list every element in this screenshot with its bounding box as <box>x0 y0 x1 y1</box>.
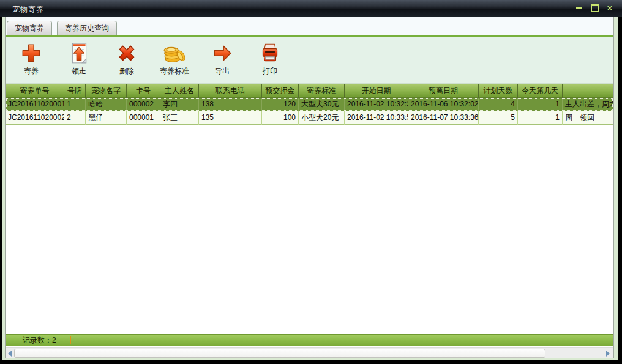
column-header-remark[interactable] <box>563 84 613 98</box>
maximize-icon <box>591 4 599 12</box>
content-area: 宠物寄养 寄养历史查询 寄养 <box>5 17 614 358</box>
column-header-pet_name[interactable]: 宠物名字 <box>86 84 127 98</box>
window-controls: ✕ <box>574 2 615 13</box>
cell-start_date: 2016-11-02 10:33:5 <box>345 111 408 125</box>
column-header-deposit[interactable]: 预交押金 <box>262 84 299 98</box>
column-header-owner_name[interactable]: 主人姓名 <box>160 84 199 98</box>
cell-tag_no: 1 <box>64 98 86 111</box>
printer-icon <box>258 42 282 65</box>
cell-leave_date: 2016-11-06 10:32:02 <box>408 98 479 111</box>
column-header-today_day[interactable]: 今天第几天 <box>518 84 563 98</box>
delete-x-icon <box>115 42 138 65</box>
column-header-phone[interactable]: 联系电话 <box>199 84 262 98</box>
boarding-table: 寄养单号号牌宠物名字卡号主人姓名联系电话预交押金寄养标准开始日期预离日期计划天数… <box>6 84 613 334</box>
column-header-standard[interactable]: 寄养标准 <box>299 84 345 98</box>
pickup-document-icon <box>67 42 91 65</box>
cell-plan_days: 4 <box>479 98 518 111</box>
print-button[interactable]: 打印 <box>250 42 290 76</box>
cell-owner_name: 张三 <box>160 111 199 125</box>
window-title: 宠物寄养 <box>12 4 44 15</box>
print-button-label: 打印 <box>263 66 277 76</box>
maximize-button[interactable] <box>590 2 599 13</box>
cell-standard: 大型犬30元 <box>299 98 345 111</box>
export-arrow-icon <box>211 42 234 65</box>
table-body: JC2016110200011哈哈000002李四138120大型犬30元201… <box>6 98 613 125</box>
column-header-order_no[interactable]: 寄养单号 <box>6 84 64 98</box>
cell-card_no: 000001 <box>127 111 160 125</box>
cell-deposit: 100 <box>262 111 299 125</box>
cell-remark: 主人出差，周六领 <box>563 98 613 111</box>
pickup-button[interactable]: 领走 <box>59 42 99 76</box>
tab-pet-boarding[interactable]: 宠物寄养 <box>7 21 52 35</box>
boarding-standard-button[interactable]: 寄养标准 <box>155 42 194 76</box>
table-empty-area <box>6 125 613 334</box>
table-row[interactable]: JC2016110200011哈哈000002李四138120大型犬30元201… <box>6 98 613 111</box>
cell-remark: 周一领回 <box>563 111 613 125</box>
app-window: 宠物寄养 ✕ 宠物寄养 寄养历史查询 寄养 <box>0 0 622 364</box>
cell-today_day: 1 <box>518 98 563 111</box>
export-button-label: 导出 <box>215 66 230 76</box>
table-row[interactable]: JC2016110200022黑仔000001张三135100小型犬20元201… <box>6 111 613 125</box>
cell-pet_name: 黑仔 <box>86 111 127 125</box>
status-bar: 记录数：2 <box>6 334 613 346</box>
delete-button[interactable]: 删除 <box>107 42 146 76</box>
minimize-icon <box>576 7 582 9</box>
tab-bar: 宠物寄养 寄养历史查询 <box>6 17 613 35</box>
close-button[interactable]: ✕ <box>605 2 615 13</box>
cell-standard: 小型犬20元 <box>299 111 345 125</box>
scroll-right-button[interactable] <box>604 349 612 358</box>
close-icon: ✕ <box>607 4 613 12</box>
toolbar: 寄养 领走 <box>6 37 613 84</box>
tab-boarding-history[interactable]: 寄养历史查询 <box>57 21 117 35</box>
column-header-start_date[interactable]: 开始日期 <box>345 84 408 98</box>
column-header-leave_date[interactable]: 预离日期 <box>408 84 479 98</box>
plus-icon <box>20 42 43 65</box>
record-count-label: 记录数：2 <box>23 335 56 346</box>
board-button[interactable]: 寄养 <box>12 42 51 76</box>
horizontal-scrollbar[interactable] <box>6 347 613 358</box>
title-bar[interactable]: 宠物寄养 ✕ <box>0 0 622 17</box>
minimize-button[interactable] <box>574 2 584 13</box>
cell-phone: 135 <box>199 111 262 125</box>
cell-tag_no: 2 <box>64 111 86 125</box>
scroll-left-button[interactable] <box>6 349 14 358</box>
cell-plan_days: 5 <box>479 111 518 125</box>
scroll-left-icon <box>8 351 12 357</box>
column-header-plan_days[interactable]: 计划天数 <box>479 84 518 98</box>
boarding-standard-button-label: 寄养标准 <box>160 66 189 76</box>
scroll-right-icon <box>606 351 610 357</box>
cell-leave_date: 2016-11-07 10:33:36 <box>408 111 479 125</box>
board-button-label: 寄养 <box>24 66 39 76</box>
column-header-tag_no[interactable]: 号牌 <box>64 84 86 98</box>
scrollbar-thumb[interactable] <box>14 349 545 358</box>
window-frame: 宠物寄养 寄养历史查询 寄养 <box>2 17 618 360</box>
column-header-card_no[interactable]: 卡号 <box>127 84 160 98</box>
status-divider <box>70 336 71 344</box>
cell-order_no: JC201611020002 <box>6 111 64 125</box>
cell-deposit: 120 <box>262 98 299 111</box>
cell-order_no: JC201611020001 <box>6 98 64 111</box>
table-header-row: 寄养单号号牌宠物名字卡号主人姓名联系电话预交押金寄养标准开始日期预离日期计划天数… <box>6 84 613 98</box>
cell-today_day: 1 <box>518 111 563 125</box>
pickup-button-label: 领走 <box>72 66 86 76</box>
cell-start_date: 2016-11-02 10:32:3 <box>345 98 408 111</box>
delete-button-label: 删除 <box>119 66 134 76</box>
cell-phone: 138 <box>199 98 262 111</box>
cell-pet_name: 哈哈 <box>86 98 127 111</box>
coins-icon <box>163 42 186 65</box>
cell-owner_name: 李四 <box>160 98 199 111</box>
cell-card_no: 000002 <box>127 98 160 111</box>
export-button[interactable]: 导出 <box>203 42 242 76</box>
